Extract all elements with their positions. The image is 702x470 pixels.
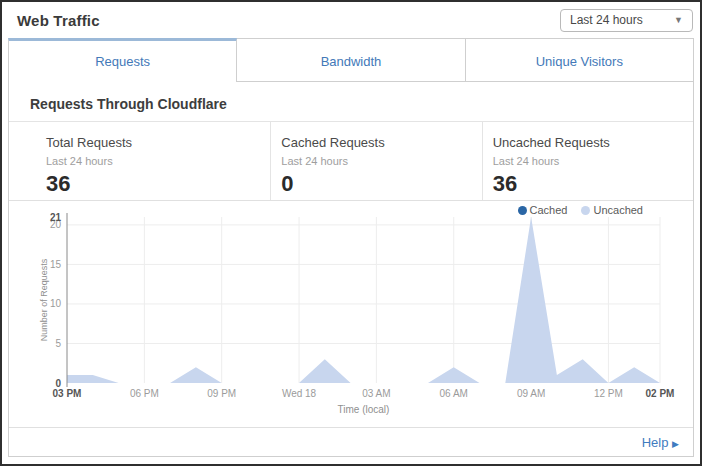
stats-row: Total Requests Last 24 hours 36 Cached R…	[9, 122, 693, 201]
web-traffic-window: Web Traffic Last 24 hours ▼ Requests Ban…	[0, 0, 702, 466]
content-area: Requests Bandwidth Unique Visitors Reque…	[2, 38, 700, 457]
x-tick-label: 12 PM	[594, 388, 623, 399]
chevron-down-icon: ▼	[674, 16, 683, 25]
tab-label: Bandwidth	[321, 54, 382, 69]
y-tick-label: 10	[50, 298, 62, 309]
time-range-select[interactable]: Last 24 hours ▼	[560, 9, 693, 32]
tab-label: Unique Visitors	[536, 54, 623, 69]
x-tick-label: 06 PM	[130, 388, 159, 399]
stat-uncached-requests: Uncached Requests Last 24 hours 36	[482, 122, 693, 200]
page-title: Web Traffic	[17, 12, 100, 29]
stat-total-requests: Total Requests Last 24 hours 36	[9, 122, 270, 200]
area-uncached	[67, 217, 660, 383]
stat-value: 36	[46, 171, 270, 197]
stat-sublabel: Last 24 hours	[46, 155, 270, 167]
x-axis-title: Time (local)	[67, 404, 660, 415]
tab-requests[interactable]: Requests	[8, 38, 237, 82]
help-arrow-icon: ▶	[672, 439, 679, 449]
x-tick-label: 06 AM	[440, 388, 468, 399]
x-tick-label: Wed 18	[282, 388, 317, 399]
stat-sublabel: Last 24 hours	[493, 155, 693, 167]
header: Web Traffic Last 24 hours ▼	[2, 2, 700, 38]
help-label: Help	[642, 435, 669, 450]
traffic-area-chart[interactable]: 051015202103 PM06 PM09 PMWed 1803 AM06 A…	[9, 201, 693, 427]
requests-panel: Requests Through Cloudflare Total Reques…	[8, 82, 694, 457]
x-tick-label: 03 PM	[53, 388, 82, 399]
stat-label: Cached Requests	[281, 135, 481, 150]
tab-bar: Requests Bandwidth Unique Visitors	[8, 38, 694, 82]
x-tick-label: 09 PM	[207, 388, 236, 399]
x-tick-label: 02 PM	[646, 388, 675, 399]
x-tick-label: 03 AM	[362, 388, 390, 399]
y-max-label: 21	[50, 212, 62, 223]
section-heading: Requests Through Cloudflare	[9, 82, 693, 122]
tab-unique-visitors[interactable]: Unique Visitors	[466, 38, 694, 82]
panel-footer: Help ▶	[9, 427, 693, 456]
x-tick-label: 09 AM	[517, 388, 545, 399]
help-link[interactable]: Help ▶	[642, 435, 679, 450]
time-range-value: Last 24 hours	[570, 13, 643, 27]
stat-cached-requests: Cached Requests Last 24 hours 0	[270, 122, 481, 200]
tab-bandwidth[interactable]: Bandwidth	[237, 38, 465, 82]
tab-label: Requests	[95, 54, 150, 69]
stat-value: 0	[281, 171, 481, 197]
stat-value: 36	[493, 171, 693, 197]
stat-sublabel: Last 24 hours	[281, 155, 481, 167]
y-tick-label: 0	[55, 378, 61, 389]
stat-label: Uncached Requests	[493, 135, 693, 150]
stat-label: Total Requests	[46, 135, 270, 150]
requests-chart-section: Cached Uncached Number of Requests 05101…	[9, 201, 693, 427]
y-tick-label: 5	[55, 338, 61, 349]
y-tick-label: 15	[50, 259, 62, 270]
